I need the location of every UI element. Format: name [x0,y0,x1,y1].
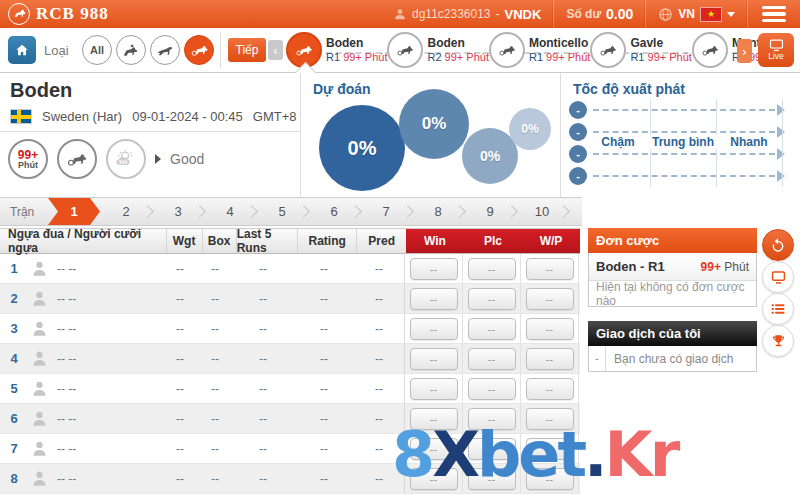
runner-pred: -- [354,442,404,456]
odds-cells: -- -- -- [404,314,579,343]
wp-odds-button[interactable]: -- [526,318,574,340]
race-item-name: Boden [326,36,387,51]
wp-odds-button[interactable]: -- [526,408,574,430]
race-carousel-item[interactable]: Gavle R1 99+ Phút [590,28,691,72]
race-number-tab[interactable]: 2 [100,198,152,225]
jockey-silhouette-icon [30,439,49,458]
race-summary-section: Boden Sweden (Har) 09-01-2024 - 00:45 GM… [0,73,300,198]
svg-text:N/A: N/A [119,160,128,165]
plc-odds-button[interactable]: -- [468,258,516,280]
filter-greyhound-button[interactable] [150,35,180,65]
filter-all-button[interactable]: All [82,35,112,65]
runner-name: -- -- [57,322,76,336]
menu-button[interactable] [748,6,800,23]
wp-odds-button[interactable]: -- [526,438,574,460]
win-odds-button[interactable]: -- [410,348,458,370]
race-tab-strip: 1 2 3 4 5 6 7 8 9 10 [48,198,568,225]
betslip-panel: Đơn cược Boden - R1 99+ Phút Hiện tại kh… [588,228,757,307]
odds-cell-win: -- [405,464,463,493]
race-carousel-item[interactable]: Boden R2 99+ Phút [387,28,488,72]
plc-odds-button[interactable]: -- [468,438,516,460]
win-odds-button[interactable]: -- [410,378,458,400]
home-button[interactable] [8,36,36,64]
race-number-tab-label: 3 [174,204,181,219]
wp-odds-button[interactable]: -- [526,348,574,370]
odds-cell-wp: -- [521,464,579,493]
plc-odds-button[interactable]: -- [468,408,516,430]
user-account[interactable]: dg11c2336013 - VNDK [381,0,553,28]
race-number-tab[interactable]: 7 [360,198,412,225]
leaderboard-button[interactable] [762,325,794,357]
runner-rating: -- [294,262,354,276]
betslip-race-row[interactable]: Boden - R1 99+ Phút [589,253,756,281]
brand-horse-icon [8,3,30,25]
betslip-countdown-unit: Phút [724,260,749,274]
prediction-bubble-value: 0% [422,114,447,134]
race-number-tab[interactable]: 4 [204,198,256,225]
runner-wgt: -- [162,412,198,426]
language-selector[interactable]: VN ★ [646,0,747,28]
win-odds-button[interactable]: -- [410,408,458,430]
start-speed-marker: - [569,167,587,185]
wp-odds-button[interactable]: -- [526,288,574,310]
wp-odds-button[interactable]: -- [526,258,574,280]
race-tabs-label: Trận [0,205,48,219]
race-number-tab[interactable]: 10 [516,198,568,225]
odds-cell-plc: -- [463,284,521,313]
runner-row: 4 -- -- -- -- -- -- -- -- -- -- [0,344,580,374]
runner-pred: -- [354,292,404,306]
plc-odds-button[interactable]: -- [468,468,516,490]
carousel-prev-button[interactable]: ‹ [268,40,283,60]
carousel-next-button[interactable]: › [737,39,752,63]
win-odds-button[interactable]: -- [410,288,458,310]
win-odds-button[interactable]: -- [410,258,458,280]
greyhound-icon [156,44,175,57]
list-icon [771,303,785,315]
odds-cell-win: -- [405,284,463,313]
runner-wgt: -- [162,382,198,396]
race-number-tab[interactable]: 6 [308,198,360,225]
filter-horse-racing-button[interactable] [116,35,146,65]
runner-cell: 8 -- -- [0,469,162,488]
win-odds-button[interactable]: -- [410,438,458,460]
runner-wgt: -- [162,292,198,306]
arrow-right-icon [777,170,785,182]
refresh-button[interactable] [762,229,794,261]
win-odds-button[interactable]: -- [410,468,458,490]
wp-odds-button[interactable]: -- [526,468,574,490]
plc-odds-button[interactable]: -- [468,378,516,400]
start-speed-track [593,153,775,155]
race-number-tab[interactable]: 5 [256,198,308,225]
race-number-tab[interactable]: 1 [48,198,100,225]
plc-odds-button[interactable]: -- [468,348,516,370]
chevron-left-icon: ‹ [273,43,277,58]
plc-odds-button[interactable]: -- [468,318,516,340]
wp-odds-button[interactable]: -- [526,378,574,400]
next-races-label: Tiếp [236,43,259,57]
next-races-button[interactable]: Tiếp [228,38,266,62]
race-title: Boden [10,79,72,102]
odds-cell-plc: -- [463,434,521,463]
betslip-race-time: 99+ Phút [701,260,749,274]
horse-racing-icon [122,43,140,57]
race-number-tab[interactable]: 3 [152,198,204,225]
race-carousel-item[interactable]: Monticello R1 99+ Phút [489,28,590,72]
results-list-button[interactable] [762,293,794,325]
plc-odds-button[interactable]: -- [468,288,516,310]
globe-icon [658,7,673,22]
vietnam-flag-icon: ★ [700,7,722,22]
race-number-tab[interactable]: 8 [412,198,464,225]
brand-logo[interactable]: RCB 988 [0,3,109,25]
odds-cell-win: -- [405,374,463,403]
runner-wgt: -- [162,322,198,336]
live-button[interactable]: Live [758,33,794,67]
win-odds-button[interactable]: -- [410,318,458,340]
filter-harness-button[interactable] [184,35,214,65]
column-box: Box [202,229,236,253]
race-number-tab[interactable]: 9 [464,198,516,225]
refresh-icon [770,237,786,253]
watermark-part: . [584,418,605,491]
odds-cell-plc: -- [463,254,521,283]
live-tv-button[interactable] [762,261,794,293]
harness-racing-icon [387,32,423,68]
